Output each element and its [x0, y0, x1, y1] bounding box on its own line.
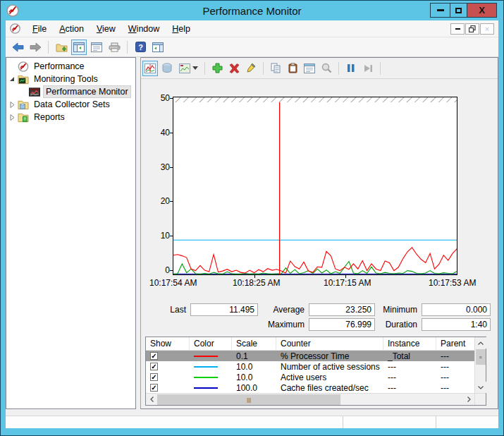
counter-row[interactable]: ✓ 100.0 Cache files created/sec --- --- [146, 382, 474, 393]
minimize-icon [437, 9, 444, 11]
parent-value: --- [436, 372, 474, 382]
mdi-close-button: × [480, 23, 494, 35]
back-button[interactable] [10, 40, 25, 55]
mdi-minimize-button[interactable] [450, 23, 465, 35]
show-checkbox[interactable]: ✓ [150, 373, 158, 381]
menu-help[interactable]: Help [166, 22, 197, 36]
expander-expanded-icon[interactable] [6, 76, 18, 82]
freeze-display-button[interactable] [343, 61, 359, 76]
duration-value: 1:40 [422, 318, 491, 331]
scroll-right-button[interactable] [463, 394, 474, 405]
maximum-value: 76.999 [309, 318, 375, 331]
show-checkbox[interactable]: ✓ [150, 384, 158, 392]
column-header-counter[interactable]: Counter [276, 337, 383, 350]
show-checkbox[interactable]: ✓ [150, 352, 158, 360]
monitoring-tools-folder-icon [18, 74, 29, 85]
menu-view[interactable]: View [90, 22, 122, 36]
legend-horizontal-scrollbar[interactable]: ||| [146, 393, 486, 405]
tree-item-monitoring-tools[interactable]: Monitoring Tools [6, 73, 135, 85]
performance-graph[interactable] [173, 97, 457, 275]
tree-label-performance-monitor: Performance Monitor [43, 85, 131, 98]
menu-action[interactable]: Action [53, 22, 90, 36]
duration-label: Duration [378, 320, 419, 329]
column-header-parent[interactable]: Parent [436, 337, 474, 350]
average-label: Average [261, 305, 306, 315]
export-list-button[interactable] [54, 40, 69, 55]
vertical-scroll-thumb[interactable]: ≡ [476, 349, 486, 365]
delete-counter-button[interactable] [226, 61, 242, 76]
show-console-tree-button[interactable] [71, 40, 87, 55]
scroll-down-button[interactable] [475, 382, 486, 393]
column-header-color[interactable]: Color [190, 337, 232, 350]
time-bar-hatch [173, 97, 457, 102]
menu-file[interactable]: File [26, 22, 53, 36]
color-swatch [194, 366, 218, 368]
tree-label-reports: Reports [32, 111, 67, 123]
legend-vertical-scrollbar[interactable]: ≡ [474, 337, 486, 393]
tree-item-data-collector-sets[interactable]: Data Collector Sets [6, 98, 135, 111]
show-checkbox[interactable]: ✓ [150, 363, 158, 370]
y-axis-tick-label: 30 [147, 162, 170, 172]
tree-label-performance: Performance [32, 61, 87, 72]
minimize-button[interactable] [431, 4, 450, 17]
tree-item-performance-monitor[interactable]: Performance Monitor [6, 85, 135, 98]
forward-arrow-icon [30, 42, 42, 52]
instance-value: --- [383, 372, 436, 382]
expander-collapsed-icon[interactable] [6, 102, 18, 108]
y-axis-tick-label: 20 [147, 196, 170, 206]
y-axis-tick-label: 10 [147, 231, 170, 241]
scroll-left-button[interactable] [146, 394, 157, 405]
maximize-button[interactable] [450, 4, 467, 17]
instance-value: --- [383, 361, 436, 372]
highlight-button[interactable] [243, 61, 259, 76]
color-swatch [194, 377, 218, 378]
toolbar-separator [338, 62, 339, 75]
menu-window[interactable]: Window [122, 22, 166, 36]
scale-value: 10.0 [232, 372, 276, 382]
legend-header-row: Show Color Scale Counter Instance Parent [146, 337, 474, 351]
show-action-pane-button[interactable] [150, 40, 166, 55]
print-button[interactable] [106, 40, 122, 55]
counter-name: Cache files created/sec [276, 382, 383, 393]
change-graph-type-button[interactable] [176, 61, 200, 76]
horizontal-scroll-thumb[interactable]: ||| [157, 394, 340, 405]
view-log-data-button[interactable] [159, 61, 175, 76]
help-button[interactable]: ? [133, 40, 148, 55]
counter-row[interactable]: ✓ 10.0 Active users --- --- [146, 372, 474, 382]
paste-counter-list-button[interactable] [285, 61, 300, 76]
dropdown-arrow-icon [192, 66, 198, 70]
zoom-button [319, 61, 334, 76]
scrollbar-corner [474, 394, 486, 405]
expander-collapsed-icon[interactable] [6, 114, 18, 121]
toolbar-separator [127, 41, 128, 54]
counter-row[interactable]: ✓ 0.1 % Processor Time _Total --- [146, 351, 474, 361]
maximize-icon [455, 8, 462, 13]
last-value: 11.495 [190, 303, 258, 316]
mdi-minimize-icon [455, 28, 460, 30]
forward-button[interactable] [27, 40, 43, 55]
chevron-left-icon [150, 396, 154, 402]
mdi-restore-button[interactable] [465, 23, 479, 35]
column-header-instance[interactable]: Instance [383, 337, 436, 350]
x-axis-tick-label: 10:17:53 AM [429, 278, 476, 288]
properties-button[interactable] [89, 40, 104, 55]
tree-item-reports[interactable]: Reports [6, 111, 135, 123]
scroll-up-button[interactable] [475, 337, 486, 349]
chart-area: 50 40 30 20 10 0 [141, 79, 491, 298]
toolbar-separator [204, 62, 205, 75]
column-header-show[interactable]: Show [146, 337, 190, 350]
title-bar[interactable]: Performance Monitor X [1, 1, 503, 20]
add-counter-button[interactable] [209, 61, 225, 76]
counter-row[interactable]: ✓ 10.0 Number of active sessions --- --- [146, 361, 474, 372]
menu-bar: File Action View Window Help × [6, 20, 498, 37]
line-chart-icon [145, 63, 156, 73]
column-header-scale[interactable]: Scale [232, 337, 276, 350]
close-button[interactable]: X [467, 4, 496, 17]
log-data-icon [161, 63, 173, 73]
chart-properties-button[interactable] [302, 61, 317, 76]
magnifier-icon [321, 63, 332, 73]
view-current-activity-button[interactable] [142, 61, 158, 76]
last-label: Last [147, 305, 188, 315]
copy-properties-button[interactable] [268, 61, 283, 76]
tree-item-performance[interactable]: Performance [6, 60, 135, 73]
